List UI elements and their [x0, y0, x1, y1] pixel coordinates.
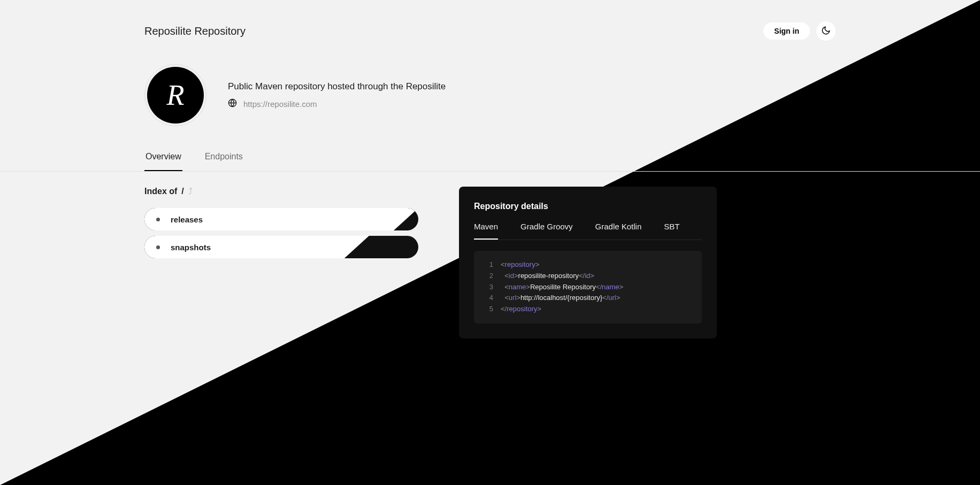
moon-icon [821, 26, 831, 37]
index-path: Index of / ⤴ [144, 187, 418, 196]
signin-button[interactable]: Sign in [763, 22, 810, 40]
up-arrow-icon[interactable]: ⤴ [188, 187, 193, 196]
repo-website-url: https://reposilite.com [243, 99, 317, 109]
tab-endpoints[interactable]: Endpoints [204, 152, 244, 171]
snippet-tab-maven[interactable]: Maven [474, 222, 498, 240]
repo-description: Public Maven repository hosted through t… [228, 81, 446, 92]
snippet-tab-gradle-kotlin[interactable]: Gradle Kotlin [595, 222, 642, 240]
directory-item-releases[interactable]: releases [144, 208, 418, 230]
snippet-tab-gradle-groovy[interactable]: Gradle Groovy [520, 222, 573, 240]
directory-item-snapshots[interactable]: snapshots [144, 236, 418, 258]
code-snippet[interactable]: 1<repository> 2 <id>reposilite-repositor… [474, 251, 702, 324]
topbar: Reposilite Repository Sign in [0, 0, 980, 41]
line-number: 5 [484, 304, 493, 315]
hero: R Public Maven repository hosted through… [0, 41, 980, 126]
logo: R [144, 64, 206, 126]
line-number: 4 [484, 292, 493, 304]
main-tabs: Overview Endpoints [0, 152, 980, 172]
theme-toggle-button[interactable] [816, 21, 836, 41]
snippet-tab-sbt[interactable]: SBT [664, 222, 679, 240]
directory-name: releases [171, 215, 203, 224]
repo-website-link[interactable]: https://reposilite.com [228, 98, 446, 109]
repository-details-card: Repository details Maven Gradle Groovy G… [459, 187, 717, 338]
line-number: 3 [484, 282, 493, 293]
index-current-path: / [181, 187, 183, 196]
card-title: Repository details [474, 202, 702, 211]
line-number: 1 [484, 259, 493, 271]
index-prefix: Index of [144, 187, 177, 196]
snippet-tabs: Maven Gradle Groovy Gradle Kotlin SBT [474, 222, 702, 240]
globe-icon [228, 98, 237, 109]
logo-letter: R [147, 67, 204, 124]
bullet-icon [156, 218, 160, 221]
line-number: 2 [484, 271, 493, 282]
bullet-icon [156, 245, 160, 249]
directory-name: snapshots [171, 243, 211, 252]
page-title: Reposilite Repository [144, 25, 246, 37]
tab-overview[interactable]: Overview [144, 152, 182, 171]
